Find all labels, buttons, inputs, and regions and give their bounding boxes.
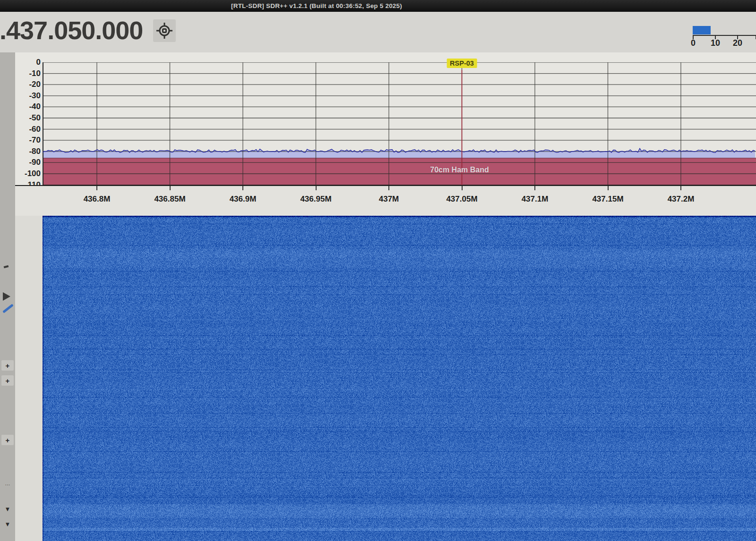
y-axis-tick-label: -20 xyxy=(16,80,41,89)
x-axis-tick xyxy=(462,186,463,190)
window-title: [RTL-SDR] SDR++ v1.2.1 (Built at 00:36:5… xyxy=(0,2,633,9)
x-axis-tick-label: 436.9M xyxy=(230,194,257,204)
plus-button[interactable]: + xyxy=(1,360,14,371)
x-axis-tick-label: 437M xyxy=(379,194,399,204)
x-axis-tick xyxy=(170,186,171,190)
title-bar: [RTL-SDR] SDR++ v1.2.1 (Built at 00:36:5… xyxy=(0,0,756,12)
x-axis-tick-label: 437.15M xyxy=(592,194,623,204)
x-axis-tick xyxy=(680,186,681,190)
y-axis-tick-label: -70 xyxy=(16,135,41,145)
x-axis-tick xyxy=(242,186,243,190)
frequency-display[interactable]: 0.437.050.000 xyxy=(0,16,143,45)
ellipsis-icon[interactable]: ... xyxy=(0,480,15,487)
crosshair-target-icon xyxy=(155,22,173,40)
sdrpp-app: { "window": { "title": "[RTL-SDR] SDR++ … xyxy=(0,0,756,541)
y-axis-tick-label: -50 xyxy=(16,113,41,123)
y-axis-tick-label: -60 xyxy=(16,125,41,134)
y-axis-tick-label: -10 xyxy=(16,69,41,78)
triangle-icon[interactable] xyxy=(3,292,10,301)
snr-tick-label: 20 xyxy=(733,38,742,48)
x-axis-tick-label: 437.1M xyxy=(522,194,549,204)
snr-tick-label: 10 xyxy=(711,38,720,48)
mark-icon xyxy=(4,265,9,268)
x-axis-tick-label: 436.95M xyxy=(300,194,331,204)
y-axis-tick-label: -30 xyxy=(16,91,41,101)
x-axis-tick-label: 437.05M xyxy=(446,194,477,204)
x-axis-tick xyxy=(534,186,535,190)
plus-button[interactable]: + xyxy=(1,435,14,445)
spectrum-plot[interactable] xyxy=(43,62,756,186)
x-axis-tick xyxy=(608,186,609,190)
pen-icon[interactable] xyxy=(2,304,14,313)
snr-bar xyxy=(693,26,711,34)
y-axis-tick-label: 0 xyxy=(16,58,41,67)
x-axis-tick xyxy=(316,186,317,190)
tuner-button[interactable] xyxy=(153,19,176,42)
x-axis-tick-label: 436.8M xyxy=(84,194,111,204)
frequency-marker-label[interactable]: RSP-03 xyxy=(447,59,477,68)
plus-button[interactable]: + xyxy=(1,375,14,386)
snr-axis xyxy=(693,35,756,36)
x-axis-tick xyxy=(388,186,389,190)
y-axis-tick-label: -90 xyxy=(16,158,41,167)
y-axis-tick-label: -100 xyxy=(16,169,41,178)
left-menu-strip: + + + ... ▼ ▼ xyxy=(0,52,16,541)
chevron-down-icon[interactable]: ▼ xyxy=(0,506,15,513)
chevron-down-icon[interactable]: ▼ xyxy=(0,521,15,528)
spectrum-x-axis: 4 436.8M436.85M436.9M436.95M437M437.05M4… xyxy=(15,185,756,217)
waterfall-left-margin xyxy=(15,216,43,541)
x-axis-tick xyxy=(96,186,97,190)
band-plan-label: 70cm Ham Band xyxy=(430,166,489,174)
snr-tick-label: 0 xyxy=(691,38,696,48)
y-axis-tick-label: -40 xyxy=(16,102,41,111)
spectrum-panel: 0-10-20-30-40-50-60-70-80-90-100-110 RSP… xyxy=(15,52,756,216)
x-axis-tick-label: 436.85M xyxy=(154,194,185,204)
snr-meter: 01020 xyxy=(690,12,756,52)
top-toolbar: 0.437.050.000 01020 xyxy=(0,12,756,53)
y-axis-tick-label: -80 xyxy=(16,147,41,156)
x-axis-tick-label: 437.2M xyxy=(668,194,695,204)
waterfall-display[interactable] xyxy=(43,216,756,541)
